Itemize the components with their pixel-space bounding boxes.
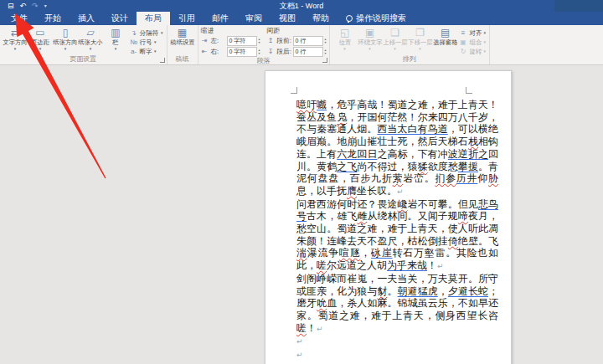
text-run: 尔远道之人胡 [327,259,387,271]
columns-icon: ▥ [111,27,120,39]
document-paragraph-4[interactable]: ↵ [296,335,498,348]
selection-pane-button[interactable]: ▤选择窗格 [433,26,458,46]
tab-design[interactable]: 设计 [103,12,137,25]
orientation-button[interactable]: ▯纸张方向▾ [53,26,78,51]
document-page[interactable]: 噫吁嚱，危乎高哉！蜀道之难，难于上青天！蚕丛及鱼凫，开国何茫然！尔来四万八千岁，… [265,70,512,364]
undo-icon[interactable]: ↶ [20,3,27,10]
spinner-down-icon[interactable]: ▾ [259,52,260,55]
line-numbers-button-label: 行号 [139,38,152,46]
bring-forward-icon: ❏ [390,27,399,39]
paragraph-mark-icon: ↵ [437,262,444,270]
spinner-down-icon[interactable]: ▾ [325,52,327,55]
customize-quick-access-icon[interactable]: ▾ [44,3,47,10]
spellcheck-marked-text: 噫吁 [296,99,317,110]
send-backward-button: ❐下移一层▾ [408,26,433,51]
spacing-before-field-spinner[interactable]: ▴▾ [325,38,327,44]
tab-file[interactable]: 文件 [3,12,36,25]
tab-label: 开始 [44,13,61,24]
breaks-button[interactable]: ↴分隔符▾ [130,28,163,37]
redo-icon[interactable]: ↷ [32,3,39,10]
group-button-label: 组合 [469,38,482,46]
dialog-launcher-paragraph-icon[interactable] [322,58,327,63]
spacing-before-field-input[interactable]: 0 行 [293,36,323,46]
spacing-after-field-spinner[interactable]: ▴▾ [325,49,327,55]
tab-view[interactable]: 视图 [271,12,304,25]
tab-label: 引用 [178,13,195,24]
chevron-down-icon: ▾ [115,47,117,51]
spellcheck-marked-text: 嗟 [296,322,307,334]
grammar-marked-text: 为乎来哉 [387,259,427,271]
tab-home[interactable]: 开始 [36,12,70,25]
document-paragraph-5[interactable]: ↵ [296,348,498,361]
line-numbers-button[interactable]: №行号▾ [130,38,163,46]
chevron-down-icon: ▾ [64,47,67,51]
ribbon-group-arrange: ◱位置▾▣环绕文字▾❏上移一层▾❐下移一层▾▤选择窗格≡对齐▾▣组合▾↻旋转▾排… [330,25,491,64]
selection-pane-icon: ▤ [441,27,450,39]
ribbon: ⇄文字方向▾▭页边距▾▯纸张方向▾▱纸张大小▾▥栏▾↴分隔符▾№行号▾a-断字▾… [0,25,603,65]
spinner-down-icon[interactable]: ▾ [259,41,260,44]
grammar-marked-text: 西当太白有鸟道 [377,123,447,135]
document-paragraph-2[interactable]: 问君西游何时还？畏途巉岩不可攀。但见悲鸟号古木，雄飞雌从绕林间。又闻子规啼夜月，… [296,198,498,273]
chevron-down-icon: ▾ [484,39,487,44]
paragraph-mark-icon: ↵ [397,187,404,196]
breaks-button-label: 分隔符 [140,28,159,37]
tab-help[interactable]: 帮助 [304,12,338,25]
ribbon-group-page-setup: ⇄文字方向▾▭页边距▾▯纸张方向▾▱纸张大小▾▥栏▾↴分隔符▾№行号▾a-断字▾… [0,25,168,64]
spacing-after-icon: ↧ [267,48,275,55]
indent-right-field-label: 右: [210,47,224,55]
chevron-down-icon: ▾ [154,39,157,44]
document-paragraph-1[interactable]: 噫吁嚱，危乎高哉！蜀道之难，难于上青天！蚕丛及鱼凫，开国何茫然！尔来四万八千岁，… [296,99,498,198]
text-run: 瀑流争 [307,247,339,259]
tab-label: 文件 [11,13,28,24]
indent-right-field-spinner[interactable]: ▴▾ [259,49,260,55]
tab-tell-me[interactable]: 操作说明搜索 [338,12,415,25]
columns-button[interactable]: ▥栏▾ [103,26,128,51]
save-icon[interactable]: ⊟ [8,3,14,10]
spacing-after-field-input[interactable]: 0 行 [293,47,323,57]
grammar-marked-text: 攀援 [458,161,478,172]
chevron-down-icon: ▾ [484,30,487,35]
tab-review[interactable]: 审阅 [237,12,271,25]
tab-mailings[interactable]: 邮件 [204,12,237,25]
document-paragraph-3[interactable]: 剑阁峥嵘而崔嵬，一夫当关，万夫莫开。所守或匪亲，化为狼与豺。朝避猛虎，夕避长蛇；… [296,273,498,336]
paragraph-mark-icon: ↵ [296,337,303,346]
spellcheck-marked-text: 猱 [418,161,428,172]
indent-left-field: ⇥左:0 字符▴▾ [201,35,260,46]
chevron-down-icon: ▾ [484,49,487,54]
text-direction-button[interactable]: ⇄文字方向▾ [3,26,28,51]
grid-paper-icon: ▦ [178,27,187,39]
grid-paper-settings-button[interactable]: ▦稿纸设置 [170,26,195,46]
chevron-down-icon: ▾ [154,49,157,54]
align-icon: ≡ [460,29,467,37]
spellcheck-marked-text: 巉 [398,198,408,210]
orientation-icon: ▯ [63,27,69,39]
indent-right-field-input[interactable]: 0 字符 [227,47,257,57]
spellcheck-marked-text: 栈 [468,136,478,147]
spellcheck-marked-text: 凫 [337,111,347,123]
spinner-down-icon[interactable]: ▾ [325,41,327,44]
text-run: 岩不可攀。但见 [408,198,478,210]
lightbulb-icon [346,15,353,22]
send-backward-button-label: 下移一层 [408,39,432,45]
indent-left-field-spinner[interactable]: ▴▾ [259,38,260,44]
tab-insert[interactable]: 插入 [70,12,103,25]
tab-layout[interactable]: 布局 [137,12,170,25]
tab-references[interactable]: 引用 [170,12,204,25]
margins-button[interactable]: ▭页边距▾ [28,26,53,51]
arrange-small-buttons: ≡对齐▾▣组合▾↻旋转▾ [458,26,487,55]
align-button[interactable]: ≡对齐▾ [460,28,487,37]
bring-forward-button: ❏上移一层▾ [383,26,408,51]
ribbon-group-body-grid-paper: ▦稿纸设置 [170,26,195,55]
rotate-button: ↻旋转▾ [460,47,487,55]
dialog-launcher-page-setup-icon[interactable] [160,58,165,63]
text-run: ！ [307,322,317,334]
tab-label: 操作说明搜索 [356,13,406,24]
position-button: ◱位置▾ [332,26,358,51]
paper-size-button[interactable]: ▱纸张大小▾ [78,26,103,51]
paragraph-controls: 缩进⇥左:0 字符▴▾⇤右:0 字符▴▾间距↥段前:0 行▴▾↧段后:0 行▴▾ [201,26,327,57]
ribbon-group-label-grid-paper: 稿纸 [170,55,195,64]
document-text[interactable]: 噫吁嚱，危乎高哉！蜀道之难，难于上青天！蚕丛及鱼凫，开国何茫然！尔来四万八千岁，… [296,99,498,361]
hyphenation-button[interactable]: a-断字▾ [130,47,163,55]
group-button: ▣组合▾ [460,38,487,46]
indent-left-field-input[interactable]: 0 字符 [227,36,257,46]
